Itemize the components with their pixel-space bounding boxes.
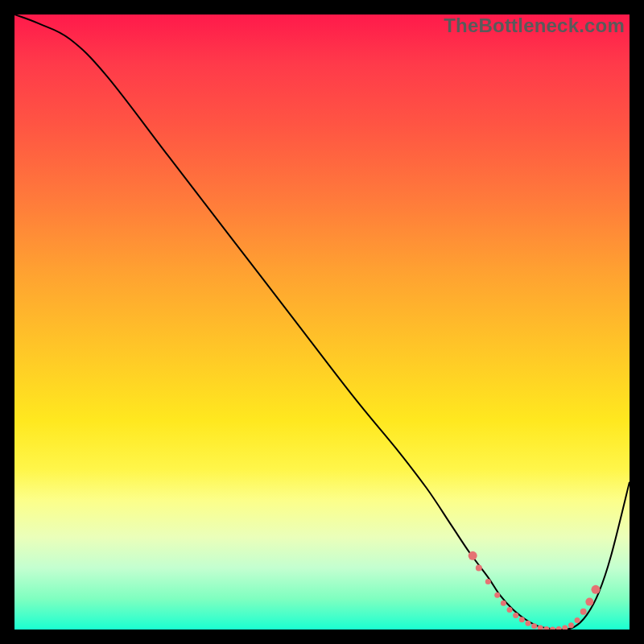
minimum-dot xyxy=(531,623,537,629)
curve-path xyxy=(14,14,630,630)
minimum-dot xyxy=(501,601,506,606)
minimum-dot xyxy=(543,626,549,630)
bottleneck-curve xyxy=(14,14,630,630)
minimum-dot xyxy=(580,609,587,615)
minimum-dot xyxy=(485,579,491,584)
minimum-dot xyxy=(476,565,482,572)
minimum-dot xyxy=(591,585,600,594)
minimum-dot xyxy=(525,621,530,626)
chart-plot-area: TheBottleneck.com xyxy=(14,14,630,630)
minimum-dot xyxy=(507,607,513,613)
minimum-dot xyxy=(556,626,562,630)
minimum-dot xyxy=(519,617,525,622)
minimum-dot xyxy=(550,627,555,630)
minimum-dot xyxy=(568,622,574,628)
minimum-dot xyxy=(494,592,500,598)
curve-minimum-dots xyxy=(469,551,601,630)
minimum-dot xyxy=(469,551,477,560)
minimum-dot xyxy=(585,598,593,606)
minimum-dot xyxy=(575,617,580,623)
minimum-dot xyxy=(562,625,568,630)
chart-frame: TheBottleneck.com xyxy=(0,0,644,644)
minimum-dot xyxy=(513,613,518,618)
